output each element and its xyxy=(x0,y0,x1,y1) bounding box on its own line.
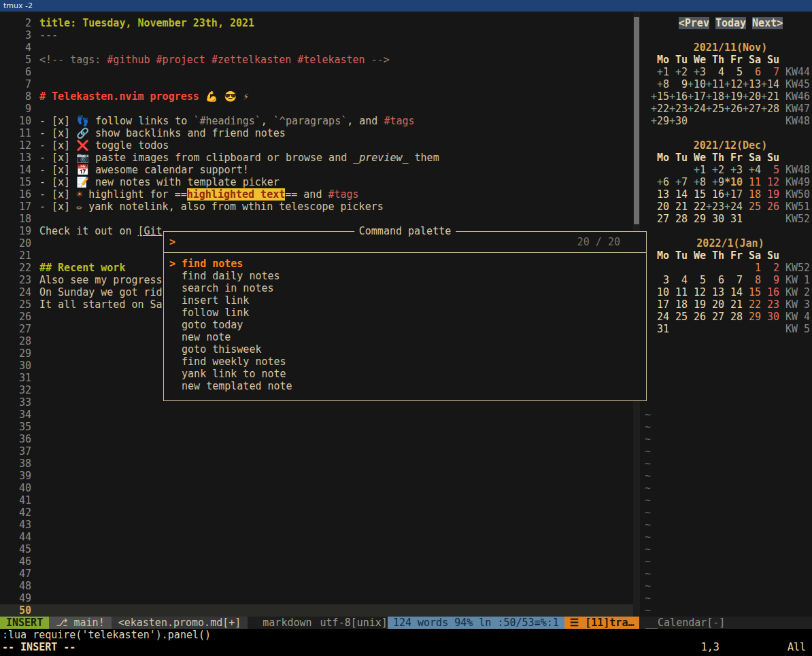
palette-item[interactable]: new note xyxy=(164,331,646,343)
calendar-day[interactable]: 29 xyxy=(688,213,706,225)
editor-line[interactable]: 9 xyxy=(0,103,633,115)
calendar-day[interactable]: +2 xyxy=(706,164,724,176)
calendar-day[interactable]: 27 xyxy=(651,213,669,225)
calendar-day[interactable]: 2 xyxy=(761,262,779,274)
calendar-day[interactable]: +10 xyxy=(688,78,706,90)
palette-item[interactable]: find daily notes xyxy=(164,270,646,282)
editor-line[interactable]: 12- [x] ❌ toggle todos xyxy=(0,139,633,152)
editor-line[interactable]: 38 xyxy=(0,458,633,470)
editor-line[interactable]: 3--- xyxy=(0,29,633,41)
calendar-day[interactable]: +30 xyxy=(669,115,688,127)
calendar-day[interactable]: +16 xyxy=(669,90,688,103)
calendar-day[interactable]: +23 xyxy=(706,201,724,213)
command-line[interactable]: :lua require('telekasten').panel() xyxy=(0,629,812,641)
calendar-day[interactable]: 8 xyxy=(743,274,761,286)
calendar-day[interactable]: 21 xyxy=(724,298,743,311)
calendar-day[interactable]: 13 xyxy=(706,286,724,298)
calendar-day[interactable]: 28 xyxy=(724,311,743,323)
calendar-day[interactable]: 12 xyxy=(761,176,779,188)
editor-line[interactable]: 34 xyxy=(0,409,633,421)
calendar-day[interactable]: 26 xyxy=(761,201,779,213)
editor-line[interactable]: 47 xyxy=(0,568,633,580)
calendar-next-button[interactable]: Next> xyxy=(752,17,783,29)
calendar-day[interactable]: +26 xyxy=(724,103,743,115)
editor-line[interactable]: 37 xyxy=(0,445,633,458)
calendar-day[interactable]: +21 xyxy=(761,90,779,103)
editor-line[interactable]: 4 xyxy=(0,41,633,54)
editor-line[interactable]: 39 xyxy=(0,470,633,482)
calendar-day[interactable]: 22 xyxy=(688,201,706,213)
palette-item[interactable]: new templated note xyxy=(164,380,646,392)
calendar-day[interactable]: 5 xyxy=(688,274,706,286)
calendar-day[interactable]: +22 xyxy=(651,103,669,115)
calendar-day[interactable]: 11 xyxy=(743,176,761,188)
calendar-day[interactable]: 27 xyxy=(706,311,724,323)
calendar-day[interactable]: +19 xyxy=(724,90,743,103)
calendar-day[interactable]: 14 xyxy=(724,286,743,298)
calendar-day[interactable]: 31 xyxy=(651,323,669,335)
calendar-day[interactable]: +24 xyxy=(724,201,743,213)
calendar-day[interactable]: 14 xyxy=(669,188,688,201)
editor-line[interactable]: 49 xyxy=(0,592,633,604)
palette-item[interactable]: find weekly notes xyxy=(164,356,646,368)
calendar-day[interactable]: 12 xyxy=(688,286,706,298)
calendar-day[interactable]: 15 xyxy=(688,188,706,201)
calendar-day[interactable]: 26 xyxy=(688,311,706,323)
calendar-day[interactable]: +14 xyxy=(761,78,779,90)
calendar-day[interactable]: 10 xyxy=(651,286,669,298)
calendar-day[interactable]: +12 xyxy=(724,78,743,90)
editor-line[interactable]: 10- [x] 👣 follow links to `#headings`, `… xyxy=(0,115,633,127)
calendar-day[interactable]: +7 xyxy=(669,176,688,188)
calendar-day[interactable]: +15 xyxy=(651,90,669,103)
calendar-day[interactable]: +1 xyxy=(688,164,706,176)
calendar-day[interactable]: 1 xyxy=(743,262,761,274)
calendar-day[interactable]: *10 xyxy=(724,176,743,188)
calendar-day[interactable]: +29 xyxy=(651,115,669,127)
editor-line[interactable]: 2title: Tuesday, November 23th, 2021 xyxy=(0,17,633,29)
calendar-day[interactable]: 18 xyxy=(743,188,761,201)
editor-line[interactable]: 7 xyxy=(0,78,633,90)
calendar-day[interactable]: 4 xyxy=(706,66,724,78)
calendar-day[interactable]: 16 xyxy=(706,188,724,201)
editor-line[interactable]: 11- [x] 🔗 show backlinks and friend note… xyxy=(0,127,633,139)
calendar-day[interactable]: 17 xyxy=(651,298,669,311)
calendar-day[interactable]: +28 xyxy=(761,103,779,115)
calendar-day[interactable]: 16 xyxy=(761,286,779,298)
scrollbar-thumb[interactable] xyxy=(634,17,639,224)
calendar-today-button[interactable]: Today xyxy=(715,17,746,29)
editor-line[interactable]: 48 xyxy=(0,580,633,592)
calendar-day[interactable]: +13 xyxy=(743,78,761,90)
calendar-day[interactable]: +17 xyxy=(724,188,743,201)
palette-item[interactable]: yank link to note xyxy=(164,368,646,380)
calendar-day[interactable]: +6 xyxy=(651,176,669,188)
editor-line[interactable]: 15- [x] 📝 new notes with template picker xyxy=(0,176,633,188)
buffer-badge[interactable]: ☰ [11]tra… xyxy=(564,617,640,629)
calendar-day[interactable]: 5 xyxy=(724,66,743,78)
editor-line[interactable]: 40 xyxy=(0,482,633,494)
calendar-day[interactable]: 7 xyxy=(724,274,743,286)
calendar-day[interactable]: 13 xyxy=(651,188,669,201)
calendar-day[interactable]: +27 xyxy=(743,103,761,115)
calendar-day[interactable]: +8 xyxy=(651,78,669,90)
editor-line[interactable]: 8# Telekasten.nvim progress 💪 😎 ⚡ xyxy=(0,90,633,103)
calendar-day[interactable]: 22 xyxy=(743,298,761,311)
calendar-day[interactable]: 4 xyxy=(669,274,688,286)
palette-item[interactable]: goto thisweek xyxy=(164,343,646,356)
calendar-day[interactable]: +25 xyxy=(706,103,724,115)
editor-line[interactable]: 35 xyxy=(0,421,633,433)
calendar-day[interactable]: 25 xyxy=(743,201,761,213)
palette-item[interactable]: insert link xyxy=(164,294,646,307)
editor-line[interactable]: 14- [x] 📅 awesome calendar support! xyxy=(0,164,633,176)
calendar-day[interactable]: 18 xyxy=(669,298,688,311)
palette-item[interactable]: > find notes xyxy=(164,258,646,270)
calendar-day[interactable]: 28 xyxy=(669,213,688,225)
calendar-day[interactable]: +23 xyxy=(669,103,688,115)
editor-line[interactable]: 42 xyxy=(0,506,633,519)
palette-item[interactable]: follow link xyxy=(164,307,646,319)
calendar-day[interactable]: 31 xyxy=(724,213,743,225)
calendar-prev-button[interactable]: <Prev xyxy=(679,17,709,29)
calendar-day[interactable]: 6 xyxy=(743,66,761,78)
calendar-day[interactable]: 19 xyxy=(688,298,706,311)
editor-line[interactable]: 46 xyxy=(0,555,633,568)
editor-line[interactable]: 50 xyxy=(0,604,633,617)
